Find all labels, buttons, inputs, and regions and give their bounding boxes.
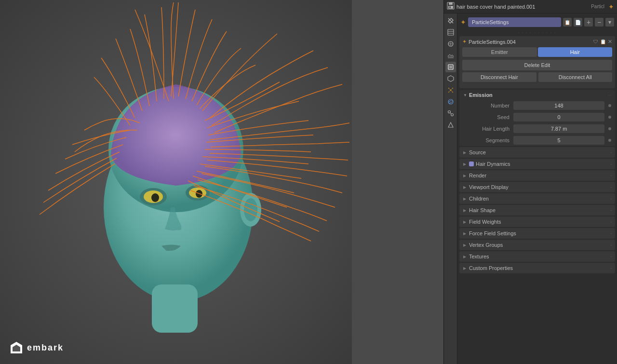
embark-logo-icon (10, 341, 23, 354)
section-title: Custom Properties (469, 265, 610, 271)
prop-value[interactable]: 7.87 m (513, 124, 604, 133)
emission-section: ▼ Emission · · · Number 148 Seed 0 Hair … (459, 90, 615, 146)
sidebar-icon-object[interactable] (445, 62, 456, 72)
sidebar-icons-strip (444, 13, 457, 364)
prop-value[interactable]: 5 (513, 136, 604, 145)
section-vertex-groups[interactable]: ▶ Vertex Groups · · · (459, 240, 615, 250)
section-hair-shape[interactable]: ▶ Hair Shape · · · (459, 205, 615, 216)
particle-name-text: ParticleSettings (472, 19, 509, 25)
prop-value[interactable]: 148 (513, 101, 604, 110)
emission-dots: · · · (607, 93, 611, 97)
section-title: Vertex Groups (469, 242, 610, 248)
expand-particle-btn[interactable]: ▾ (605, 18, 614, 27)
particle-settings-secondary: ✦ ParticleSettings.004 🛡 📋 ✕ Emitter Hai… (459, 36, 615, 88)
section-title: Source (469, 149, 610, 155)
panel-top-row: hair base cover hand painted.001 Particl… (444, 0, 617, 13)
section-children[interactable]: ▶ Children · · · (459, 193, 615, 204)
section-dots: · · · (610, 173, 611, 178)
section-title: Textures (469, 254, 610, 259)
prop-label: Number (471, 103, 510, 108)
section-viewport-display[interactable]: ▶ Viewport Display · · · (459, 182, 615, 192)
section-dots: · · · (610, 243, 611, 247)
particle-name-display[interactable]: ParticleSettings (468, 17, 561, 27)
3d-viewport[interactable]: embark (0, 0, 443, 364)
sidebar-icon-particles[interactable] (445, 85, 456, 95)
emission-header[interactable]: ▼ Emission · · · (459, 90, 615, 100)
section-dots: · · · (610, 185, 611, 189)
sidebar-icon-tool[interactable] (445, 15, 456, 26)
section-arrow: ▶ (463, 255, 466, 259)
section-dots: · · · (610, 219, 611, 224)
sidebar-icon-world[interactable] (445, 50, 456, 61)
section-arrow: ▶ (463, 231, 466, 236)
prop-label: Segments (471, 137, 510, 143)
section-field-weights[interactable]: ▶ Field Weights · · · (459, 216, 615, 227)
sidebar-icon-view[interactable] (445, 27, 456, 38)
sidebar-icon-constraints[interactable] (445, 108, 456, 119)
section-title: Hair Dynamics (476, 161, 610, 167)
new-particle-btn[interactable]: 📋 (563, 18, 572, 27)
embark-logo: embark (10, 341, 64, 354)
embark-logo-text: embark (27, 343, 64, 353)
prop-value[interactable]: 0 (513, 113, 604, 121)
section-arrow: ▶ (463, 208, 466, 213)
disconnect-buttons-row: Disconnect Hair Disconnect All (462, 72, 612, 82)
section-hair-dynamics[interactable]: ▶ Hair Dynamics · · · (459, 159, 615, 169)
prop-dot (608, 116, 611, 119)
sidebar-icon-physics[interactable] (445, 96, 456, 107)
sidebar-icon-data[interactable] (445, 120, 456, 130)
section-title: Force Field Settings (469, 230, 610, 236)
section-custom-properties[interactable]: ▶ Custom Properties · · · (459, 263, 615, 273)
section-dots: · · · (610, 254, 611, 259)
emission-fields: Number 148 Seed 0 Hair Length 7.87 m Seg… (459, 100, 615, 146)
svg-rect-22 (449, 66, 452, 68)
properties-content: ✦ ParticleSettings 📋 📄 + − ▾ · · · · · ·… (457, 13, 617, 364)
section-dots: · · · (610, 231, 611, 236)
close-icon[interactable]: ✕ (608, 39, 612, 45)
particle-header-row: ✦ ParticleSettings 📋 📄 + − ▾ (459, 15, 615, 29)
disconnect-hair-button[interactable]: Disconnect Hair (462, 72, 537, 82)
section-dots: · · · (610, 266, 611, 270)
delete-edit-button[interactable]: Delete Edit (462, 60, 612, 70)
viewport-canvas: embark (0, 0, 443, 364)
copy-particle-btn[interactable]: 📄 (574, 18, 582, 27)
prop-dot (608, 139, 611, 142)
section-arrow: ▶ (463, 185, 466, 189)
disconnect-all-button[interactable]: Disconnect All (538, 72, 613, 82)
section-arrow: ▶ (463, 220, 466, 224)
prop-dot (608, 127, 611, 130)
particle-main-icon: ✦ (460, 18, 466, 26)
section-color-dot (469, 162, 474, 166)
sidebar-icon-scene[interactable] (445, 39, 456, 49)
save-icon[interactable] (447, 2, 455, 11)
right-panel: hair base cover hand painted.001 Particl… (443, 0, 617, 364)
emission-field-hair-length: Hair Length 7.87 m (459, 123, 615, 135)
add-particle-btn[interactable]: + (584, 18, 593, 27)
section-render[interactable]: ▶ Render · · · (459, 170, 615, 181)
emission-title: Emission (469, 92, 608, 98)
prop-label: Seed (471, 114, 510, 120)
svg-rect-20 (448, 56, 454, 58)
section-arrow: ▶ (463, 150, 466, 155)
section-force-field-settings[interactable]: ▶ Force Field Settings · · · (459, 228, 615, 239)
section-textures[interactable]: ▶ Textures · · · (459, 251, 615, 262)
hair-tab[interactable]: Hair (538, 47, 613, 57)
section-arrow: ▶ (463, 197, 466, 201)
sidebar-icon-modifier[interactable] (445, 73, 456, 84)
section-arrow: ▶ (463, 162, 466, 166)
section-dots: · · · (610, 208, 611, 213)
svg-point-11 (244, 198, 257, 221)
remove-particle-btn[interactable]: − (595, 18, 604, 27)
copy-icon[interactable]: 📋 (600, 39, 606, 44)
section-arrow: ▶ (463, 174, 466, 178)
emitter-tab[interactable]: Emitter (462, 47, 537, 57)
svg-rect-3 (152, 284, 198, 333)
svg-rect-15 (449, 2, 453, 5)
section-title: Render (469, 173, 610, 178)
section-source[interactable]: ▶ Source · · · (459, 147, 615, 158)
prop-dot (608, 104, 611, 107)
section-dots: · · · (610, 150, 611, 155)
properties-panel: ✦ ParticleSettings 📋 📄 + − ▾ · · · · · ·… (444, 13, 617, 364)
emission-field-seed: Seed 0 (459, 111, 615, 123)
svg-point-8 (151, 193, 159, 202)
